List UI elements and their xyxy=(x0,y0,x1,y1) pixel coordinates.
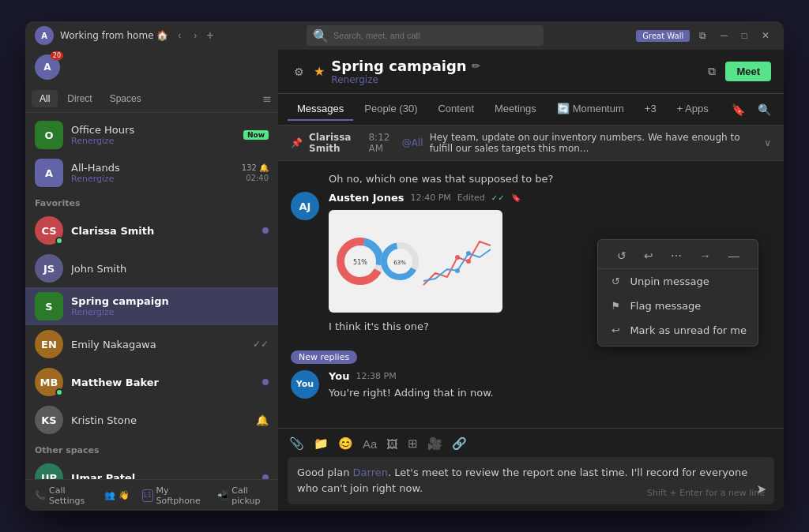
channel-star-icon[interactable]: ★ xyxy=(314,64,325,79)
list-item-spring[interactable]: S Spring campaign Renergize xyxy=(25,287,278,325)
new-replies-banner: New replies xyxy=(291,344,771,370)
my-phone-item[interactable]: L1 My Softphone xyxy=(142,485,205,506)
window-pop-out-button[interactable]: ⧉ xyxy=(705,62,719,81)
sidebar-header-left: A 20 xyxy=(35,54,60,80)
window-restore-button[interactable]: ⧉ xyxy=(694,28,711,43)
matthew-name: Matthew Baker xyxy=(71,377,254,388)
ctx-unpin-item[interactable]: ↺ Unpin message xyxy=(598,269,758,294)
tab-direct[interactable]: Direct xyxy=(59,90,100,107)
format-button[interactable]: Aa xyxy=(361,436,378,452)
channel-settings-icon[interactable]: ⚙ xyxy=(291,62,307,81)
list-item-all-hands[interactable]: A All-Hands Renergize 132 🔔 02:40 xyxy=(25,154,278,192)
send-button[interactable]: ➤ xyxy=(756,481,766,496)
clarissa-name: Clarissa Smith xyxy=(71,225,254,237)
kristin-meta: 🔔 xyxy=(256,414,269,426)
call-pickup-item[interactable]: 📲 Call pickup xyxy=(217,485,269,506)
gif-button[interactable]: 📁 xyxy=(312,435,330,452)
pinned-text: Hey team, update on our inventory number… xyxy=(430,132,758,154)
search-input[interactable] xyxy=(333,31,537,40)
new-tab-button[interactable]: + xyxy=(206,28,213,43)
app-window: A Working from home 🏠 ‹ › + 🔍 Great Wall… xyxy=(25,21,784,511)
compose-toolbar: 📎 📁 😊 Aa 🖼 ⊞ 🎥 🔗 xyxy=(288,435,774,452)
nav-back-button[interactable]: ‹ xyxy=(175,28,184,43)
image-button[interactable]: 🖼 xyxy=(385,436,400,452)
pinned-banner: 📌 Clarissa Smith 8:12 AM @All Hey team, … xyxy=(278,126,784,161)
matthew-online-dot xyxy=(55,388,63,396)
search-channel-icon[interactable]: 🔍 xyxy=(754,100,774,119)
my-phone-label: My Softphone xyxy=(156,485,205,506)
channel-name-group: Spring campaign ✏ Renergize xyxy=(331,58,480,85)
tab-all[interactable]: All xyxy=(32,90,58,107)
channel-edit-button[interactable]: ✏ xyxy=(472,60,480,72)
window-close-button[interactable]: ✕ xyxy=(757,28,774,43)
link-button[interactable]: 🔗 xyxy=(450,435,468,452)
list-item-kristin[interactable]: KS Kristin Stone 🔔 xyxy=(25,401,278,439)
tab-more[interactable]: +3 xyxy=(635,98,666,121)
context-menu: ↺ ↩ ⋯ → — ↺ Unpin message ⚑ Flag mes xyxy=(597,239,758,347)
austen-msg-author: Austen Jones xyxy=(329,192,404,204)
meet-button[interactable]: Meet xyxy=(725,62,771,81)
tab-momentum[interactable]: 🔄 Momentum xyxy=(547,98,634,121)
tab-meetings[interactable]: Meetings xyxy=(485,98,546,121)
office-hours-meta: Now xyxy=(243,130,269,140)
ctx-flag-item[interactable]: ⚑ Flag message xyxy=(598,294,758,318)
nav-forward-button[interactable]: › xyxy=(190,28,200,43)
all-hands-name: All-Hands xyxy=(71,162,234,174)
messages-area: Oh no, which one was that supposed to be… xyxy=(278,161,784,428)
tab-spaces[interactable]: Spaces xyxy=(102,90,149,107)
emily-check-icon: ✓✓ xyxy=(253,339,269,350)
ctx-close-icon[interactable]: — xyxy=(725,248,743,264)
ctx-more-icon[interactable]: ⋯ xyxy=(668,248,685,264)
favorites-section-header: Favorites xyxy=(25,192,278,212)
umar-avatar: UP xyxy=(35,463,63,479)
people-icon: 👥 xyxy=(104,490,115,500)
all-hands-time: 02:40 xyxy=(246,174,269,182)
ctx-react-icon[interactable]: ↩ xyxy=(641,248,657,264)
video-button[interactable]: 🎥 xyxy=(426,435,444,452)
you-message-group: You You 12:38 PM You're right! Adding th… xyxy=(291,370,771,401)
compose-mention: Darren xyxy=(353,466,388,478)
kristin-bell-icon: 🔔 xyxy=(256,414,269,426)
tab-messages[interactable]: Messages xyxy=(288,98,353,121)
compose-box[interactable]: Good plan Darren. Let's meet to review t… xyxy=(288,457,774,504)
window-minimize-button[interactable]: ─ xyxy=(716,28,732,43)
banner-expand-icon[interactable]: ∨ xyxy=(764,137,771,148)
table-button[interactable]: ⊞ xyxy=(406,435,420,452)
window-maximize-button[interactable]: □ xyxy=(737,28,752,43)
austen-msg-time: 12:40 PM xyxy=(410,193,450,203)
call-settings-item[interactable]: 📞 Call Settings xyxy=(35,485,92,506)
ctx-forward-icon[interactable]: → xyxy=(696,248,713,264)
tab-apps[interactable]: + Apps xyxy=(668,98,718,121)
attach-button[interactable]: 📎 xyxy=(288,435,306,452)
list-item-umar[interactable]: UP Umar Patel xyxy=(25,459,278,479)
all-hands-meta: 132 🔔 02:40 xyxy=(242,163,269,182)
emoji-button[interactable]: 😊 xyxy=(337,435,355,452)
pinned-time: 8:12 AM xyxy=(368,132,395,154)
all-hands-sub: Renergize xyxy=(71,174,234,184)
tab-people[interactable]: People (30) xyxy=(355,98,427,121)
kristin-name: Kristin Stone xyxy=(71,414,248,426)
filter-icon[interactable]: ≡ xyxy=(262,92,272,105)
svg-point-7 xyxy=(455,255,460,260)
you-msg-text: You're right! Adding that in now. xyxy=(329,385,771,401)
header-actions: ⧉ Meet xyxy=(705,62,771,81)
ctx-mark-unread-item[interactable]: ↩ Mark as unread for me xyxy=(598,318,758,343)
save-icon[interactable]: 🔖 xyxy=(728,100,748,119)
emily-meta: ✓✓ xyxy=(253,339,269,350)
list-item-john[interactable]: JS John Smith xyxy=(25,249,278,287)
spring-name: Spring campaign xyxy=(71,295,269,307)
channel-header: ⚙ ★ Spring campaign ✏ Renergize ⧉ Meet xyxy=(278,50,784,94)
list-item-clarissa[interactable]: CS Clarissa Smith xyxy=(25,212,278,249)
list-item-matthew[interactable]: MB Matthew Baker xyxy=(25,363,278,401)
austen-avatar: AJ xyxy=(291,192,319,220)
list-item-office-hours[interactable]: O Office Hours Renergize Now xyxy=(25,116,278,154)
flag-label: Flag message xyxy=(630,300,701,312)
call-pickup-icon: 📲 xyxy=(217,490,228,500)
office-hours-sub: Renergize xyxy=(71,136,235,146)
pinned-author: Clarissa Smith xyxy=(309,132,362,154)
tab-content[interactable]: Content xyxy=(428,98,484,121)
list-item-emily[interactable]: EN Emily Nakagawa ✓✓ xyxy=(25,325,278,363)
ctx-reply-icon[interactable]: ↺ xyxy=(614,248,630,264)
unpin-icon: ↺ xyxy=(609,275,622,287)
people-icon-item[interactable]: 👥 👋 xyxy=(104,490,130,500)
